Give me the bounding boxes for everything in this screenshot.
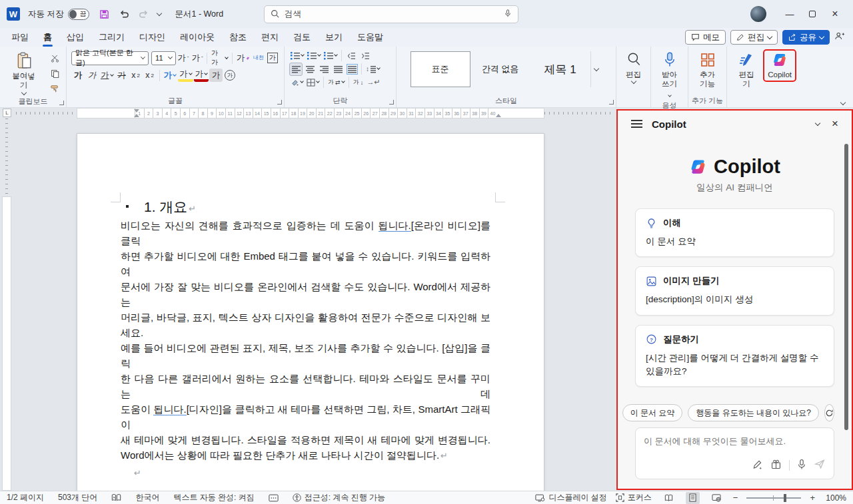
text-predictions[interactable]: 텍스트 자동 완성: 켜짐 (173, 492, 254, 503)
card-create-image[interactable]: 이미지 만들기 [description]의 이미지 생성 (635, 266, 834, 315)
share-button[interactable]: 공유 (782, 30, 830, 45)
maximize-button[interactable] (801, 4, 824, 24)
styles-more-button[interactable] (590, 51, 602, 87)
shrink-font-button[interactable]: 가ˇ (191, 51, 204, 65)
tab-도움말[interactable]: 도움말 (350, 29, 391, 46)
tab-그리기[interactable]: 그리기 (91, 29, 132, 46)
print-layout-button[interactable] (686, 492, 700, 504)
copilot-input[interactable] (644, 436, 826, 446)
align-center-button[interactable] (303, 63, 317, 76)
subscript-button[interactable]: x2 (129, 69, 143, 82)
minimize-button[interactable]: — (778, 4, 801, 24)
paragraph-dialog-launcher[interactable] (389, 100, 394, 105)
style-no-spacing[interactable]: 간격 없음 (470, 51, 530, 87)
grow-font-button[interactable]: 가ˆ (177, 51, 190, 65)
phonetic-guide-button[interactable]: 내천 (252, 51, 265, 65)
styles-dialog-launcher[interactable] (609, 100, 614, 105)
refresh-suggestions-button[interactable] (824, 404, 834, 421)
tab-검토[interactable]: 검토 (286, 29, 318, 46)
redo-icon[interactable] (137, 7, 151, 21)
tab-편지[interactable]: 편지 (254, 29, 286, 46)
hanging-indent-marker[interactable] (134, 114, 139, 117)
editor-button[interactable]: 편집기 (732, 50, 761, 91)
shading-button[interactable] (289, 76, 305, 89)
zoom-in-button[interactable]: + (810, 493, 815, 503)
justify-button[interactable] (331, 63, 345, 76)
right-indent-marker[interactable] (496, 114, 501, 117)
decrease-indent-button[interactable] (345, 49, 358, 63)
collapse-ribbon-icon[interactable] (840, 100, 846, 105)
font-color-button[interactable]: 가 (194, 69, 209, 82)
chip-summarize[interactable]: 이 문서 요약 (622, 404, 683, 421)
prompt-library-icon[interactable] (752, 459, 763, 473)
numbering-button[interactable] (306, 49, 322, 63)
addins-button[interactable]: 추가기능 (696, 50, 719, 91)
paste-button[interactable]: 붙여넣기 (5, 50, 43, 97)
card-understand[interactable]: 이해 이 문서 요약 (635, 208, 834, 257)
sort-button[interactable]: 가↓ (352, 76, 365, 89)
search-box[interactable]: 검색 (264, 5, 518, 23)
character-border-button[interactable]: 가 (266, 51, 279, 65)
undo-icon[interactable] (117, 7, 131, 21)
tab-참조[interactable]: 참조 (222, 29, 254, 46)
proofing-icon[interactable] (111, 493, 121, 502)
menu-icon[interactable] (631, 120, 642, 128)
close-panel-icon[interactable]: × (832, 117, 838, 130)
vertical-ruler[interactable] (0, 119, 15, 491)
multilevel-list-button[interactable] (323, 49, 339, 63)
align-left-button[interactable] (289, 63, 303, 76)
style-normal[interactable]: 표준 (411, 51, 470, 87)
editing-mode-button[interactable]: 편집 (730, 30, 778, 45)
superscript-button[interactable]: x2 (143, 69, 157, 82)
cut-icon[interactable] (48, 51, 61, 65)
dictate-button[interactable]: 받아쓰기 (656, 50, 683, 101)
italic-button[interactable]: 가 (85, 69, 99, 82)
format-painter-icon[interactable] (48, 82, 61, 95)
copy-icon[interactable] (48, 67, 61, 80)
customize-qat-icon[interactable] (157, 10, 162, 15)
page-indicator[interactable]: 1/2 페이지 (7, 492, 44, 503)
highlight-color-button[interactable]: 가 (178, 69, 193, 82)
bullets-button[interactable] (289, 49, 305, 63)
web-layout-button[interactable] (708, 492, 724, 504)
text-effects-button[interactable]: 가 (163, 69, 178, 82)
font-family-combobox[interactable]: 맑은 고딕(본문 한글) (71, 51, 149, 65)
mic-icon[interactable] (504, 9, 512, 21)
collapse-panel-icon[interactable] (815, 120, 820, 125)
tab-파일[interactable]: 파일 (4, 29, 36, 46)
strikethrough-button[interactable]: 가 (115, 69, 129, 82)
document-page[interactable]: 1. 개요↵ 비디오는 자신의 견해를 효과적으로 입증하는 데 도움이 됩니다… (77, 133, 544, 491)
tab-보기[interactable]: 보기 (318, 29, 350, 46)
first-line-indent-marker[interactable] (134, 109, 139, 113)
font-size-combobox[interactable]: 11 (151, 51, 176, 65)
editing-button[interactable]: 편집 (622, 50, 645, 85)
people-icon[interactable] (834, 31, 845, 43)
bold-button[interactable]: 가 (71, 69, 85, 82)
zoom-out-button[interactable]: − (733, 493, 738, 503)
align-right-button[interactable] (317, 63, 331, 76)
zoom-slider[interactable] (746, 497, 801, 499)
save-icon[interactable] (97, 7, 111, 21)
avatar[interactable] (750, 6, 766, 22)
read-mode-button[interactable] (660, 492, 677, 504)
tab-디자인[interactable]: 디자인 (132, 29, 173, 46)
voice-input-icon[interactable] (797, 459, 806, 473)
tab-레이아웃[interactable]: 레이아웃 (173, 29, 222, 46)
tab-삽입[interactable]: 삽입 (59, 29, 91, 46)
zoom-slider-thumb[interactable] (784, 494, 786, 502)
character-shading-button[interactable]: 가 (209, 69, 223, 82)
comments-button[interactable]: 메모 (685, 30, 726, 45)
borders-button[interactable] (305, 76, 321, 89)
distribute-button[interactable] (345, 63, 359, 76)
increase-indent-button[interactable] (359, 49, 372, 63)
close-button[interactable]: × (824, 4, 846, 24)
word-count[interactable]: 503개 단어 (58, 492, 97, 503)
display-settings[interactable]: 디스플레이 설정 (535, 492, 606, 503)
clipboard-dialog-launcher[interactable] (59, 101, 64, 105)
panel-scrollbar[interactable] (844, 144, 848, 430)
focus-mode[interactable]: 포커스 (616, 492, 652, 503)
document-canvas[interactable]: 1. 개요↵ 비디오는 자신의 견해를 효과적으로 입증하는 데 도움이 됩니다… (15, 119, 616, 491)
chip-call-to-action[interactable]: 행동을 유도하는 내용이 있나요? (688, 404, 819, 421)
autosave-toggle[interactable]: 끔 (68, 9, 89, 20)
send-icon[interactable] (814, 458, 826, 473)
